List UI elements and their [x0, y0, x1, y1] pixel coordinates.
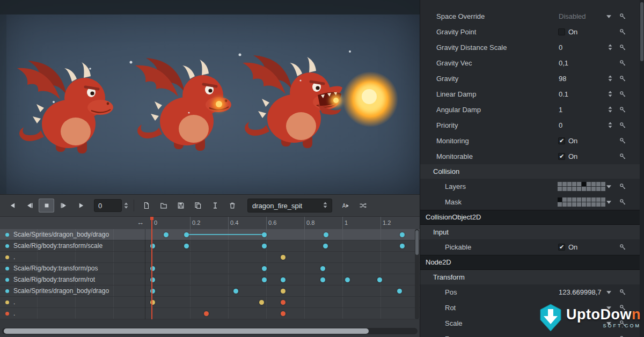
stop-button[interactable]	[39, 199, 54, 213]
new-animation-button[interactable]	[138, 199, 154, 213]
timeline-track-7[interactable]: .	[0, 308, 420, 319]
property-value[interactable]: 1	[559, 106, 562, 114]
inspector-section-transform[interactable]: Transform	[420, 270, 644, 284]
key-icon[interactable]	[619, 13, 626, 20]
key-icon[interactable]	[619, 183, 626, 190]
layer-cell[interactable]	[577, 187, 581, 191]
layer-cell[interactable]	[562, 187, 567, 191]
keyframe[interactable]	[320, 277, 325, 282]
property-checkbox[interactable]: ✔On	[558, 243, 577, 251]
keyframe[interactable]	[281, 289, 286, 294]
layer-cell[interactable]	[591, 187, 596, 191]
layer-cell[interactable]	[587, 202, 591, 207]
layer-cell[interactable]	[601, 197, 605, 202]
checkbox-checked-icon[interactable]: ✔	[558, 137, 565, 144]
layer-cell[interactable]	[582, 202, 586, 207]
timeline-track-1[interactable]: Scale/Rig/body:transform/scale	[0, 240, 420, 252]
chevron-down-icon[interactable]	[606, 201, 611, 204]
key-icon[interactable]	[619, 153, 626, 160]
chevron-down-icon[interactable]	[606, 291, 611, 294]
delete-animation-button[interactable]	[224, 199, 240, 213]
layer-cell[interactable]	[596, 187, 601, 191]
keyframe[interactable]	[262, 266, 267, 271]
keyframe[interactable]	[150, 289, 155, 294]
keyframe[interactable]	[345, 277, 350, 282]
inspector-scrollbar-thumb[interactable]	[640, 2, 643, 61]
keyframe[interactable]	[164, 232, 169, 237]
layer-cell[interactable]	[562, 182, 567, 186]
keyframe[interactable]	[204, 311, 209, 316]
layer-cell[interactable]	[591, 182, 596, 186]
timeline-vertical-scrollbar[interactable]	[415, 229, 419, 319]
keyframe[interactable]	[377, 277, 382, 282]
key-icon[interactable]	[619, 199, 626, 206]
keyframe[interactable]	[150, 244, 155, 248]
layer-cell[interactable]	[601, 202, 605, 207]
shuffle-button[interactable]	[355, 199, 370, 213]
keyframe[interactable]	[281, 300, 286, 305]
timeline-track-2[interactable]: .	[0, 252, 420, 263]
key-icon[interactable]	[619, 122, 626, 129]
property-value[interactable]: 0,1	[559, 59, 568, 67]
layer-cell[interactable]	[567, 197, 572, 202]
property-value[interactable]: 123.669998,7	[559, 288, 602, 296]
animation-name-spinner-icon[interactable]	[323, 202, 327, 210]
next-frame-button[interactable]	[56, 199, 71, 213]
keyframe[interactable]	[281, 255, 286, 260]
layer-cell[interactable]	[567, 187, 572, 191]
layer-cell[interactable]	[587, 197, 591, 202]
spinner-icon[interactable]	[608, 75, 612, 82]
keyframe[interactable]	[400, 244, 405, 248]
keyframe[interactable]	[320, 266, 325, 271]
keyframe[interactable]	[323, 244, 328, 248]
property-checkbox[interactable]: ✔On	[558, 137, 577, 145]
spinner-icon[interactable]	[608, 106, 612, 113]
inspector-scrollbar[interactable]	[640, 0, 644, 337]
key-icon[interactable]	[619, 60, 626, 67]
keyframe[interactable]	[262, 277, 267, 282]
layer-cell[interactable]	[562, 197, 567, 202]
keyframe[interactable]	[281, 277, 286, 282]
layer-cell[interactable]	[582, 197, 586, 202]
load-animation-button[interactable]	[156, 199, 171, 213]
layer-cell[interactable]	[601, 182, 605, 186]
layer-cell[interactable]	[572, 197, 576, 202]
chevron-down-icon[interactable]	[606, 185, 611, 188]
key-icon[interactable]	[619, 106, 626, 113]
checkbox-checked-icon[interactable]: ✔	[558, 153, 565, 160]
layer-cell[interactable]	[587, 187, 591, 191]
duplicate-animation-button[interactable]	[190, 199, 206, 213]
checkbox-unchecked-icon[interactable]	[558, 28, 565, 35]
frame-spinner-icon[interactable]	[124, 202, 128, 209]
horizontal-scrollbar-thumb[interactable]	[4, 328, 369, 334]
animation-name-dropdown[interactable]: dragon_fire_spit	[247, 199, 332, 213]
property-checkbox[interactable]: On	[558, 28, 577, 36]
timeline-track-5[interactable]: Scale/Sprites/dragon_body/drago	[0, 285, 420, 297]
layer-cell[interactable]	[567, 182, 572, 186]
layer-grid[interactable]	[558, 182, 605, 191]
layer-cell[interactable]	[596, 182, 601, 186]
key-icon[interactable]	[619, 28, 626, 35]
checkbox-checked-icon[interactable]: ✔	[558, 244, 565, 251]
property-value[interactable]: 98	[559, 75, 566, 83]
layer-cell[interactable]	[577, 202, 581, 207]
layer-cell[interactable]	[558, 202, 562, 207]
property-value[interactable]: Disabled	[559, 12, 586, 20]
timeline-horizontal-scrollbar[interactable]	[2, 328, 418, 334]
layer-cell[interactable]	[591, 202, 596, 207]
layer-cell[interactable]	[572, 182, 576, 186]
layer-cell[interactable]	[558, 187, 562, 191]
timeline-track-4[interactable]: Scale/Rig/body:transform/rot	[0, 274, 420, 285]
property-checkbox[interactable]: ✔On	[558, 152, 577, 160]
timeline-ruler[interactable]: ↔ 00.20.40.60.811.2	[0, 217, 420, 230]
key-icon[interactable]	[619, 244, 626, 251]
keyframe[interactable]	[259, 300, 264, 305]
layer-cell[interactable]	[587, 182, 591, 186]
key-icon[interactable]	[619, 137, 626, 144]
keyframe[interactable]	[233, 289, 238, 294]
layer-cell[interactable]	[558, 182, 562, 186]
keyframe[interactable]	[150, 266, 155, 271]
spinner-icon[interactable]	[608, 122, 612, 128]
playhead[interactable]	[151, 217, 152, 319]
property-value[interactable]: 0	[559, 43, 562, 52]
